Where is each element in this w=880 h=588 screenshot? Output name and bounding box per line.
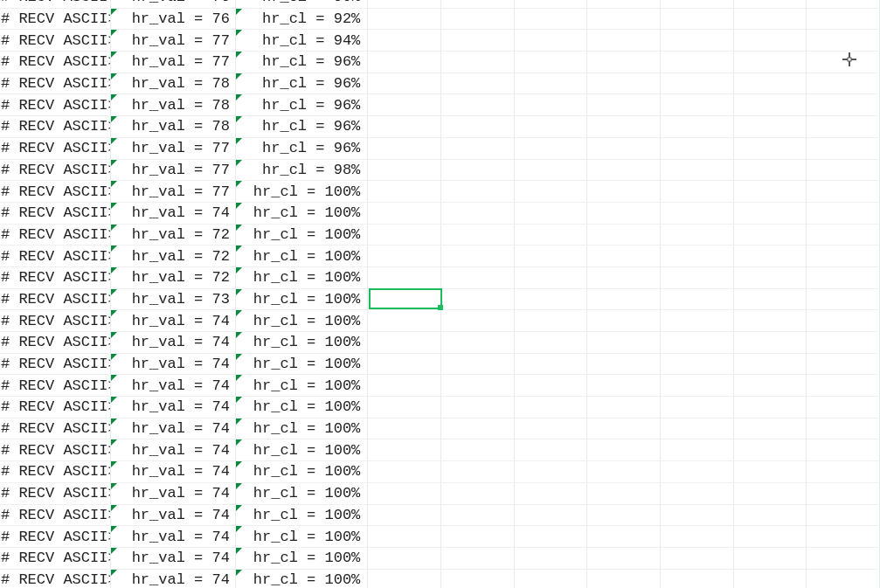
cell[interactable]: # RECV ASCII> — [0, 548, 111, 570]
cell[interactable]: hr_cl = 96% — [236, 138, 368, 160]
cell[interactable]: hr_cl = 90% — [236, 0, 368, 9]
cell[interactable] — [515, 439, 588, 461]
cell[interactable]: hr_val = 72 — [111, 225, 235, 246]
cell[interactable] — [368, 526, 441, 548]
cell[interactable] — [441, 332, 515, 354]
cell[interactable] — [368, 246, 441, 267]
cell[interactable] — [734, 203, 807, 225]
cell[interactable]: hr_cl = 100% — [236, 548, 368, 570]
cell[interactable]: hr_val = 74 — [111, 419, 235, 440]
cell[interactable] — [734, 310, 807, 332]
cell[interactable] — [661, 419, 734, 440]
cell[interactable] — [661, 267, 734, 289]
cell[interactable] — [587, 570, 661, 588]
cell[interactable] — [661, 94, 734, 116]
cell[interactable] — [515, 267, 588, 289]
cell[interactable] — [368, 439, 441, 461]
cell[interactable] — [734, 52, 807, 73]
cell[interactable] — [368, 138, 441, 160]
cell[interactable] — [368, 548, 441, 570]
cell[interactable] — [515, 310, 588, 332]
cell[interactable]: hr_val = 74 — [111, 526, 235, 548]
cell[interactable] — [441, 30, 515, 52]
cell[interactable]: hr_cl = 100% — [236, 397, 368, 419]
cell[interactable] — [368, 225, 441, 246]
cell[interactable] — [661, 570, 734, 588]
cell[interactable] — [587, 526, 661, 548]
cell[interactable] — [368, 94, 441, 116]
cell[interactable] — [734, 138, 807, 160]
cell[interactable] — [734, 246, 807, 267]
cell[interactable] — [587, 203, 661, 225]
cell[interactable]: hr_cl = 100% — [236, 375, 368, 397]
cell[interactable] — [441, 0, 515, 9]
cell[interactable] — [515, 9, 588, 31]
cell[interactable]: hr_cl = 100% — [236, 246, 368, 267]
cell[interactable] — [368, 289, 441, 311]
cell[interactable] — [515, 483, 588, 505]
cell[interactable] — [441, 483, 515, 505]
cell[interactable] — [441, 310, 515, 332]
cell[interactable] — [661, 439, 734, 461]
cell[interactable] — [368, 116, 441, 138]
cell[interactable] — [734, 439, 807, 461]
cell[interactable] — [587, 483, 661, 505]
cell[interactable] — [807, 289, 880, 311]
cell[interactable] — [734, 267, 807, 289]
cell[interactable] — [515, 116, 588, 138]
cell[interactable] — [807, 310, 880, 332]
cell[interactable]: hr_cl = 92% — [236, 9, 368, 31]
cell[interactable] — [734, 9, 807, 31]
cell[interactable] — [734, 0, 807, 9]
cell[interactable]: # RECV ASCII> — [0, 354, 111, 376]
cell[interactable]: # RECV ASCII> — [0, 332, 111, 354]
cell[interactable] — [734, 548, 807, 570]
cell[interactable]: hr_val = 74 — [111, 397, 235, 419]
cell[interactable]: hr_val = 74 — [111, 570, 235, 588]
cell[interactable] — [734, 289, 807, 311]
cell[interactable] — [368, 461, 441, 483]
cell[interactable] — [807, 138, 880, 160]
cell[interactable] — [661, 138, 734, 160]
cell[interactable] — [368, 9, 441, 31]
cell[interactable] — [368, 0, 441, 9]
cell[interactable] — [368, 570, 441, 588]
cell[interactable] — [807, 160, 880, 182]
cell[interactable] — [807, 267, 880, 289]
cell[interactable] — [515, 397, 588, 419]
cell[interactable] — [587, 138, 661, 160]
cell[interactable] — [661, 160, 734, 182]
cell[interactable]: # RECV ASCII> — [0, 439, 111, 461]
cell[interactable]: hr_cl = 100% — [236, 483, 368, 505]
cell[interactable] — [441, 116, 515, 138]
cell[interactable] — [734, 225, 807, 246]
cell[interactable] — [441, 138, 515, 160]
cell[interactable] — [661, 375, 734, 397]
cell[interactable]: # RECV ASCII> — [0, 0, 111, 9]
cell[interactable]: # RECV ASCII> — [0, 94, 111, 116]
cell[interactable] — [807, 419, 880, 440]
cell[interactable] — [587, 9, 661, 31]
cell[interactable]: hr_val = 76 — [111, 0, 235, 9]
cell[interactable] — [807, 461, 880, 483]
cell[interactable] — [587, 73, 661, 95]
cell[interactable] — [515, 548, 588, 570]
cell[interactable]: hr_cl = 100% — [236, 181, 368, 203]
cell[interactable] — [515, 94, 588, 116]
cell[interactable] — [368, 375, 441, 397]
cell[interactable] — [587, 225, 661, 246]
cell[interactable] — [807, 570, 880, 588]
cell[interactable] — [441, 505, 515, 527]
cell[interactable] — [734, 94, 807, 116]
cell[interactable]: hr_cl = 100% — [236, 354, 368, 376]
cell[interactable] — [807, 526, 880, 548]
cell[interactable] — [368, 181, 441, 203]
cell[interactable]: hr_val = 74 — [111, 375, 235, 397]
cell[interactable] — [807, 397, 880, 419]
cell[interactable] — [515, 30, 588, 52]
cell[interactable] — [587, 461, 661, 483]
cell[interactable] — [441, 397, 515, 419]
cell[interactable] — [368, 483, 441, 505]
cell[interactable]: hr_val = 74 — [111, 505, 235, 527]
cell[interactable]: hr_val = 74 — [111, 461, 235, 483]
